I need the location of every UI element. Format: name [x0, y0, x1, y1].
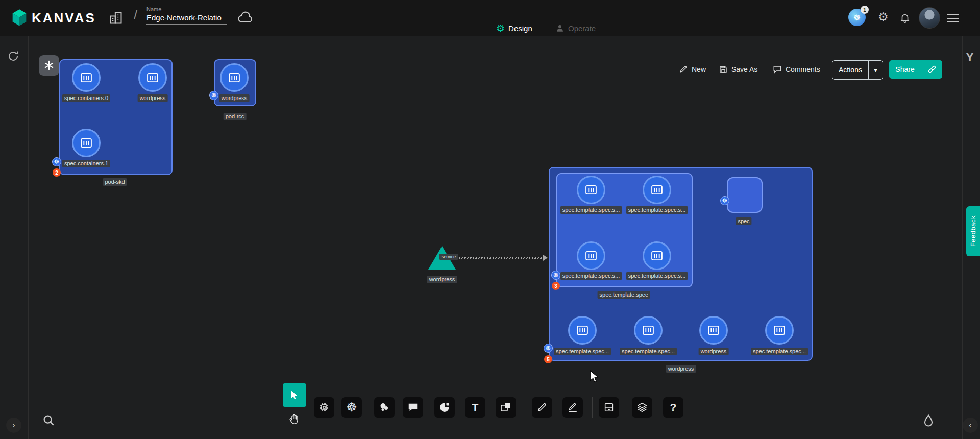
- node-wordpress-container[interactable]: [220, 63, 249, 92]
- kubernetes-icon: ☸: [54, 159, 60, 165]
- new-label: New: [692, 65, 706, 74]
- feedback-tab[interactable]: Feedback: [966, 206, 980, 256]
- tab-operate[interactable]: Operate: [555, 23, 596, 33]
- shapes-tool-button[interactable]: [374, 397, 395, 418]
- comments-button[interactable]: Comments: [773, 65, 820, 74]
- layers-icon: [636, 402, 648, 413]
- new-design-button[interactable]: New: [679, 65, 706, 74]
- chevron-right-icon: ›: [12, 421, 15, 430]
- help-tool-button[interactable]: ?: [663, 397, 683, 418]
- toolbar-divider: [525, 397, 525, 418]
- doodle-tool-button[interactable]: [434, 397, 455, 418]
- node-spec[interactable]: [727, 177, 763, 213]
- cloud-save-icon[interactable]: [237, 11, 254, 25]
- comment-tool-button[interactable]: [403, 397, 423, 418]
- copy-link-button[interactable]: [921, 60, 942, 79]
- select-tool-button[interactable]: [283, 383, 306, 407]
- comment-icon: [407, 402, 419, 413]
- layers-tool-button[interactable]: [632, 397, 652, 418]
- shapes-icon: [378, 401, 390, 413]
- node-label: wordpress: [699, 348, 729, 355]
- question-icon: ?: [670, 401, 677, 413]
- node-spec-containers-0[interactable]: [72, 63, 101, 92]
- toolbar-divider: [592, 397, 593, 418]
- design-tab-icon: ⚙: [496, 23, 505, 33]
- node-template-container[interactable]: [577, 241, 605, 270]
- issue-count-badge[interactable]: 5: [544, 355, 552, 363]
- node-template-container[interactable]: [577, 176, 605, 204]
- node-label: spec.containers.0: [62, 94, 110, 102]
- actions-label: Actions: [839, 66, 862, 74]
- zoom-icon[interactable]: [42, 413, 56, 428]
- kubernetes-badge[interactable]: ☸: [209, 91, 218, 100]
- notification-count-badge: 1: [861, 6, 869, 14]
- node-template-container[interactable]: [634, 316, 663, 345]
- pan-tool-button[interactable]: [284, 409, 305, 429]
- node-label: spec.containers.1: [62, 160, 110, 167]
- hand-icon: [288, 413, 301, 425]
- header: KANVAS / Name ⚙ Design Operate ☸ 1 ⚙: [0, 0, 980, 36]
- kubernetes-tool-button[interactable]: ☸: [341, 397, 362, 418]
- design-name-input[interactable]: [146, 13, 227, 25]
- ink-drop-icon[interactable]: [921, 413, 936, 428]
- kubernetes-badge[interactable]: ☸: [720, 196, 729, 205]
- menu-hamburger-icon[interactable]: [947, 12, 959, 25]
- expand-left-panel-chevron[interactable]: ›: [6, 418, 21, 433]
- kanvas-logo-icon[interactable]: [9, 8, 30, 28]
- left-rail: ›: [0, 36, 29, 439]
- user-avatar[interactable]: [919, 7, 940, 29]
- expand-right-panel-chevron[interactable]: ‹: [963, 418, 978, 433]
- kubernetes-icon: ☸: [722, 198, 728, 204]
- kubernetes-badge[interactable]: ☸: [551, 271, 560, 280]
- node-template-container[interactable]: [643, 176, 671, 204]
- share-button[interactable]: Share: [889, 60, 921, 79]
- freehand-draw-tool-button[interactable]: [532, 397, 552, 418]
- text-tool-button[interactable]: T: [465, 397, 485, 418]
- actions-button[interactable]: Actions: [832, 61, 868, 79]
- building-icon[interactable]: [109, 11, 123, 25]
- components-tool-button[interactable]: [314, 397, 334, 418]
- cursor-arrow-icon: [289, 389, 300, 401]
- node-template-container[interactable]: [643, 241, 671, 270]
- node-template-container[interactable]: [568, 316, 597, 345]
- caret-down-icon: ▾: [874, 66, 877, 74]
- node-label: spec.template.spec.s...: [560, 206, 622, 214]
- text-tool-icon: T: [472, 401, 479, 413]
- issue-count-badge[interactable]: 3: [552, 282, 560, 290]
- sync-icon[interactable]: [7, 50, 19, 62]
- kubernetes-icon: ☸: [346, 401, 357, 413]
- operate-tab-label: Operate: [568, 24, 596, 33]
- asterisk-icon: [43, 60, 55, 71]
- node-label: wordpress: [138, 94, 168, 102]
- share-split-button: Share: [889, 60, 942, 79]
- drawer-icon: [603, 402, 615, 413]
- drawer-tool-button[interactable]: [599, 397, 619, 418]
- settings-gear-icon[interactable]: ⚙: [878, 10, 889, 24]
- kubernetes-badge[interactable]: ☸: [544, 344, 553, 353]
- service-type-label: service: [439, 254, 458, 260]
- actions-split-button: Actions ▾: [832, 60, 883, 80]
- save-icon: [719, 65, 728, 74]
- kubernetes-icon: ☸: [211, 92, 217, 99]
- chevron-left-icon: ‹: [969, 421, 971, 430]
- node-spec-containers-1[interactable]: [72, 129, 101, 157]
- group-label-wordpress: wordpress: [666, 365, 696, 373]
- app-title: KANVAS: [32, 10, 96, 26]
- operate-tab-icon: [555, 23, 565, 33]
- edge-service-to-deployment[interactable]: [459, 257, 543, 259]
- node-template-container[interactable]: [765, 316, 794, 345]
- tab-design[interactable]: ⚙ Design: [496, 23, 532, 33]
- pen-underline-icon: [567, 402, 578, 413]
- kubernetes-badge[interactable]: ☸: [52, 157, 61, 166]
- quick-components-button[interactable]: [39, 55, 59, 76]
- frames-tool-button[interactable]: [496, 397, 516, 418]
- save-as-button[interactable]: Save As: [719, 65, 757, 74]
- pen-tool-button[interactable]: [562, 397, 583, 418]
- pacman-shapes-icon: [438, 401, 451, 413]
- issue-count-badge[interactable]: 2: [53, 168, 61, 177]
- group-label-spec-template-spec: spec.template.spec: [598, 291, 650, 299]
- notifications-bell-icon[interactable]: [899, 12, 911, 23]
- actions-dropdown-button[interactable]: ▾: [868, 61, 883, 79]
- node-wordpress-container[interactable]: [699, 316, 728, 345]
- node-wordpress-container[interactable]: [138, 63, 167, 92]
